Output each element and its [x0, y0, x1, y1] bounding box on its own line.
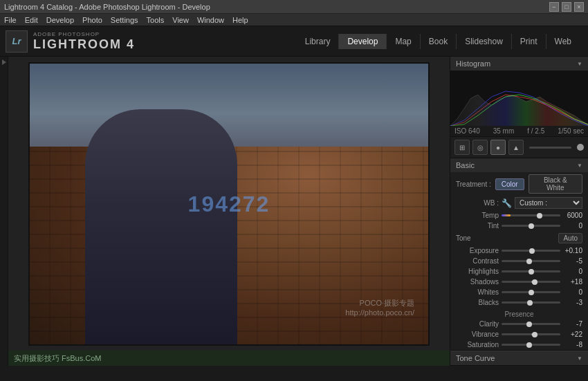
saturation-track[interactable]	[502, 344, 560, 346]
temp-value: 6000	[563, 212, 582, 219]
clarity-thumb[interactable]	[526, 322, 532, 327]
contrast-thumb[interactable]	[526, 259, 532, 264]
menu-settings[interactable]: Settings	[111, 16, 138, 24]
photo-container[interactable]: 194272 POCO·摄影专题 http://photo.poco.cn/	[8, 57, 450, 351]
menu-bar: File Edit Develop Photo Settings Tools V…	[0, 14, 588, 26]
tab-slideshow[interactable]: Slideshow	[456, 34, 511, 49]
zoom-control[interactable]: ▾▾	[26, 355, 33, 362]
menu-view[interactable]: View	[172, 16, 189, 24]
saturation-thumb[interactable]	[526, 342, 532, 348]
close-button[interactable]: ×	[574, 2, 584, 12]
gradient-tool[interactable]: ▲	[508, 140, 524, 155]
tone-header: Tone Auto	[450, 231, 588, 245]
tools-row: ⊞ ◎ ● ▲	[450, 137, 588, 158]
contrast-track[interactable]	[502, 260, 560, 262]
blacks-thumb[interactable]	[527, 300, 533, 306]
tab-library[interactable]: Library	[297, 34, 339, 49]
shadows-value: +18	[563, 278, 582, 286]
vibrance-thumb[interactable]	[532, 332, 538, 337]
contrast-label: Contrast	[456, 257, 499, 265]
menu-tools[interactable]: Tools	[147, 16, 165, 24]
presence-label: Presence	[450, 308, 588, 319]
shadows-track[interactable]	[502, 281, 560, 283]
lr-badge: Lr	[6, 30, 28, 53]
menu-help[interactable]: Help	[232, 16, 248, 24]
sky-area	[30, 64, 428, 147]
tint-label: Tint	[456, 222, 499, 230]
histogram-triangle: ▼	[577, 61, 582, 67]
histogram-stats: ISO 640 35 mm f / 2.5 1/50 sec	[450, 126, 588, 136]
treatment-label: Treatment :	[456, 180, 491, 188]
wb-dropper-icon[interactable]: 🔧	[502, 198, 512, 208]
tone-curve-label: Tone Curve	[456, 354, 495, 362]
basic-header[interactable]: Basic ▼	[450, 158, 588, 172]
exposure-slider-mini[interactable]	[529, 147, 571, 149]
temp-track[interactable]	[502, 214, 560, 216]
clarity-label: Clarity	[456, 320, 499, 328]
clarity-value: -7	[563, 320, 582, 328]
menu-window[interactable]: Window	[197, 16, 224, 24]
highlights-row: Highlights 0	[450, 266, 588, 277]
tint-track[interactable]	[502, 225, 560, 227]
logo-text-area: ADOBE PHOTOSHOP LIGHTROOM 4	[33, 31, 135, 52]
left-panel	[0, 57, 8, 366]
svg-marker-0	[450, 95, 588, 126]
shadows-thumb[interactable]	[532, 279, 538, 285]
menu-develop[interactable]: Develop	[46, 16, 74, 24]
menu-photo[interactable]: Photo	[82, 16, 102, 24]
wb-row: WB : 🔧 Custom : As Shot Auto Daylight Cl…	[450, 196, 588, 210]
window-controls[interactable]: − □ ×	[549, 2, 584, 12]
view-mode-icon[interactable]: ▢	[14, 354, 21, 364]
poco-watermark: POCO·摄影专题 http://photo.poco.cn/	[345, 298, 414, 317]
blacks-label: Blacks	[456, 299, 499, 306]
minimize-button[interactable]: −	[549, 2, 559, 12]
menu-edit[interactable]: Edit	[25, 16, 38, 24]
blacks-track[interactable]	[502, 301, 560, 304]
treatment-row: Treatment : Color Black & White	[450, 172, 588, 196]
whites-thumb[interactable]	[529, 290, 534, 295]
panel-expand-icon[interactable]	[2, 59, 6, 65]
blacks-value: -3	[563, 299, 582, 306]
tab-map[interactable]: Map	[386, 34, 419, 49]
tab-print[interactable]: Print	[511, 34, 546, 49]
exposure-track[interactable]	[502, 250, 560, 252]
poco-line2: http://photo.poco.cn/	[345, 308, 414, 317]
temp-row: Temp 6000	[450, 210, 588, 221]
histogram-area	[450, 71, 588, 126]
bw-button[interactable]: Black & White	[529, 174, 582, 194]
exposure-thumb[interactable]	[529, 248, 535, 254]
spot-removal-tool[interactable]: ◎	[472, 140, 488, 155]
highlights-track[interactable]	[502, 270, 560, 272]
exposure-row: Exposure +0.10	[450, 245, 588, 256]
shadows-row: Shadows +18	[450, 277, 588, 287]
whites-track[interactable]	[502, 291, 560, 293]
vibrance-value: +22	[563, 331, 582, 338]
clarity-row: Clarity -7	[450, 319, 588, 329]
redeye-tool[interactable]: ●	[490, 140, 506, 155]
maximize-button[interactable]: □	[562, 2, 571, 12]
tint-thumb[interactable]	[529, 223, 534, 229]
shutter-value: 1/50 sec	[558, 127, 584, 135]
basic-triangle: ▼	[577, 162, 582, 169]
adobe-label: ADOBE PHOTOSHOP	[33, 31, 135, 37]
tone-curve-header[interactable]: Tone Curve ▼	[450, 351, 588, 365]
menu-file[interactable]: File	[4, 16, 17, 24]
nav-tabs: Library Develop Map Book Slideshow Print…	[297, 34, 580, 49]
highlights-thumb[interactable]	[529, 269, 534, 275]
auto-button[interactable]: Auto	[558, 233, 582, 243]
tab-web[interactable]: Web	[546, 34, 580, 49]
exposure-thumb-mini[interactable]	[577, 144, 584, 151]
vibrance-track[interactable]	[502, 333, 560, 335]
histogram-section: Histogram ▼	[450, 57, 588, 137]
clarity-track[interactable]	[502, 323, 560, 325]
tab-book[interactable]: Book	[420, 34, 456, 49]
temp-thumb[interactable]	[537, 213, 542, 219]
blacks-row: Blacks -3	[450, 297, 588, 308]
color-button[interactable]: Color	[495, 178, 524, 190]
histogram-header[interactable]: Histogram ▼	[450, 57, 588, 71]
tab-develop[interactable]: Develop	[338, 34, 386, 49]
histogram-chart	[450, 71, 588, 126]
whites-value: 0	[563, 288, 582, 296]
wb-select[interactable]: Custom : As Shot Auto Daylight Cloudy	[515, 197, 582, 209]
crop-tool[interactable]: ⊞	[454, 140, 470, 155]
